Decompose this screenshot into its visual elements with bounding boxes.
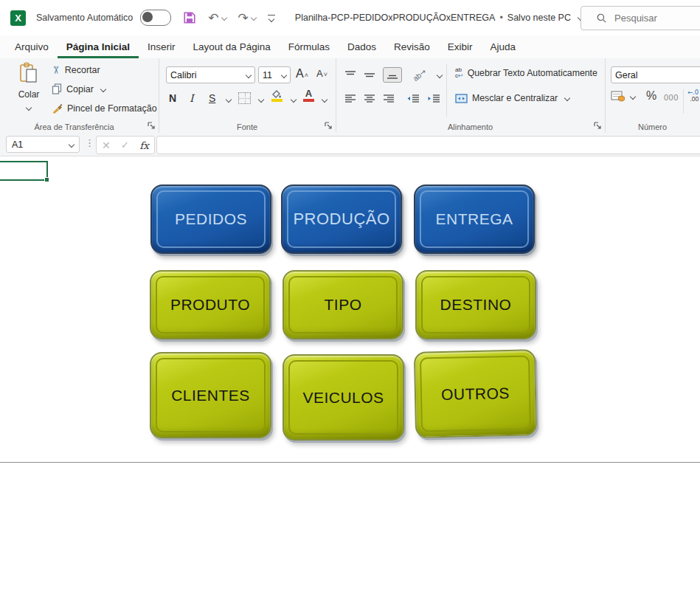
search-input[interactable] <box>613 12 697 24</box>
button-tipo[interactable]: TIPO <box>283 270 403 339</box>
cancel-entry-icon[interactable]: ✕ <box>102 139 111 151</box>
orientation-icon[interactable]: ab→ <box>412 67 428 83</box>
fill-color-chevron-icon[interactable] <box>291 97 297 103</box>
save-icon[interactable] <box>183 11 196 24</box>
font-dialog-launcher-icon[interactable] <box>325 122 333 130</box>
orientation-chevron-icon[interactable] <box>436 72 442 77</box>
tab-ajuda[interactable]: Ajuda <box>482 35 525 58</box>
save-status: Salvo neste PC <box>507 13 571 23</box>
font-size-combo[interactable]: 11 <box>258 66 291 83</box>
undo-button[interactable]: ↶ <box>208 12 226 24</box>
accounting-chevron-icon[interactable] <box>630 93 636 99</box>
fill-color-swatch <box>271 99 283 102</box>
paste-chevron-icon[interactable] <box>26 105 32 111</box>
format-painter-button[interactable]: Pincel de Formatação <box>52 103 157 114</box>
tab-dados[interactable]: Dados <box>339 35 385 58</box>
font-name-chevron-icon <box>246 72 252 77</box>
accounting-format-button[interactable] <box>611 91 635 102</box>
underline-button[interactable]: S <box>209 92 215 104</box>
autosave-toggle[interactable] <box>140 10 171 26</box>
button-entrega-label: ENTREGA <box>435 210 513 228</box>
button-produto[interactable]: PRODUTO <box>150 270 271 339</box>
selected-cell-a1[interactable] <box>0 161 48 181</box>
name-box-chevron-icon <box>69 141 74 147</box>
formula-input[interactable] <box>156 136 700 154</box>
alignment-dialog-launcher-icon[interactable] <box>594 122 602 130</box>
align-middle-icon[interactable] <box>364 70 375 80</box>
align-bottom-icon[interactable] <box>383 67 402 83</box>
font-group: Calibri 11 A˄ A˅ N I S <box>159 58 336 133</box>
decrease-font-button[interactable]: A˅ <box>316 68 328 79</box>
merge-center-button[interactable]: Mesclar e Centralizar <box>455 93 569 103</box>
tab-formulas[interactable]: Fórmulas <box>280 35 339 58</box>
clipboard-dialog-launcher-icon[interactable] <box>148 122 156 130</box>
font-color-button[interactable]: A <box>303 89 314 102</box>
decrease-indent-icon[interactable] <box>406 94 420 103</box>
name-box[interactable]: A1 <box>6 136 80 153</box>
cut-button[interactable]: ✂ Recortar <box>52 64 100 76</box>
button-veiculos[interactable]: VEICULOS <box>283 354 404 441</box>
document-title[interactable]: Planilha-PCP-PEDIDOxPRODUÇÃOxENTREGA • S… <box>295 13 583 23</box>
worksheet[interactable]: PEDIDOS PRODUÇÃO ENTREGA PRODUTO TIPO DE… <box>0 156 700 614</box>
button-clientes[interactable]: CLIENTES <box>150 352 271 438</box>
tab-inserir[interactable]: Inserir <box>139 35 184 58</box>
search-icon <box>596 13 607 24</box>
excel-window: X Salvamento Automático ↶ ↷ Planilha-PCP… <box>0 0 700 614</box>
ribbon-tabs: Arquivo Página Inicial Inserir Layout da… <box>0 35 700 58</box>
button-entrega[interactable]: ENTREGA <box>414 184 535 254</box>
bold-button[interactable]: N <box>169 92 176 104</box>
borders-button[interactable] <box>238 92 251 104</box>
alignment-group-label: Alinhamento <box>336 123 605 131</box>
paste-button[interactable]: Colar <box>12 62 46 113</box>
page-break-line <box>0 462 700 463</box>
document-name: Planilha-PCP-PEDIDOxPRODUÇÃOxENTREGA <box>295 13 496 23</box>
comma-style-button[interactable]: 000 <box>664 93 679 102</box>
italic-button[interactable]: I <box>190 92 194 104</box>
button-pedidos[interactable]: PEDIDOS <box>150 184 271 254</box>
insert-function-button[interactable]: fx <box>139 139 149 151</box>
button-produto-label: PRODUTO <box>170 296 250 314</box>
confirm-entry-icon[interactable]: ✓ <box>121 139 129 151</box>
accounting-format-icon <box>611 91 626 102</box>
search-box[interactable] <box>581 6 700 30</box>
formula-bar-drag-handle[interactable]: ⋮ <box>85 137 94 148</box>
align-left-icon[interactable] <box>344 94 356 103</box>
align-right-icon[interactable] <box>383 94 395 103</box>
increase-decimal-button[interactable]: ←.0 .00 <box>687 89 699 103</box>
font-color-chevron-icon[interactable] <box>322 97 328 103</box>
clipboard-icon <box>18 62 40 86</box>
customize-toolbar-icon[interactable] <box>268 15 276 21</box>
tab-revisao[interactable]: Revisão <box>385 35 439 58</box>
merge-center-icon <box>455 94 468 103</box>
formula-buttons: ✕ ✓ fx <box>96 136 155 154</box>
font-size-chevron-icon <box>281 72 287 77</box>
copy-button[interactable]: Copiar <box>52 83 105 94</box>
button-outros[interactable]: OUTROS <box>414 349 537 438</box>
number-format-combo[interactable]: Geral <box>611 66 700 83</box>
button-producao[interactable]: PRODUÇÃO <box>281 184 402 254</box>
merge-center-chevron-icon[interactable] <box>564 95 570 101</box>
tab-arquivo[interactable]: Arquivo <box>6 35 58 58</box>
button-tipo-label: TIPO <box>324 296 361 314</box>
tab-layout-da-pagina[interactable]: Layout da Página <box>184 35 280 58</box>
align-center-icon[interactable] <box>364 94 375 103</box>
underline-chevron-icon[interactable] <box>226 97 232 103</box>
percent-style-button[interactable]: % <box>646 89 656 103</box>
copy-chevron-icon[interactable] <box>100 86 106 92</box>
align-top-icon[interactable] <box>344 70 356 80</box>
fill-color-button[interactable] <box>271 89 283 102</box>
increase-font-button[interactable]: A˄ <box>296 67 308 80</box>
title-bar: X Salvamento Automático ↶ ↷ Planilha-PCP… <box>0 0 700 35</box>
excel-logo-icon[interactable]: X <box>10 10 26 26</box>
increase-indent-icon[interactable] <box>427 94 440 103</box>
tab-pagina-inicial[interactable]: Página Inicial <box>58 35 139 58</box>
button-destino[interactable]: DESTINO <box>415 270 536 339</box>
fill-handle[interactable] <box>44 177 49 182</box>
tab-exibir[interactable]: Exibir <box>439 35 482 58</box>
redo-button[interactable]: ↷ <box>238 12 256 24</box>
borders-chevron-icon[interactable] <box>258 97 264 103</box>
font-size-value: 11 <box>263 70 279 80</box>
wrap-text-button[interactable]: ab c↩ Quebrar Texto Automaticamente <box>455 67 597 79</box>
font-name-combo[interactable]: Calibri <box>166 66 255 83</box>
button-pedidos-label: PEDIDOS <box>175 210 247 228</box>
